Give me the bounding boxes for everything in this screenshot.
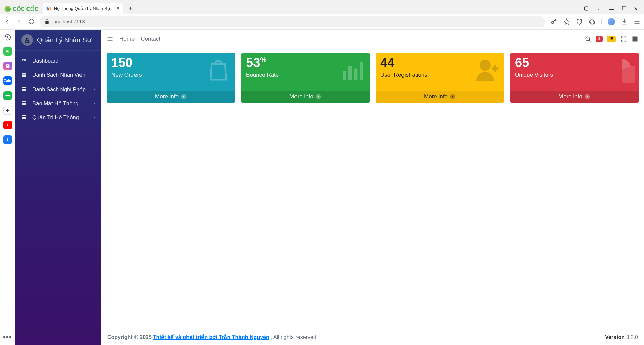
grid-icon[interactable] [631, 35, 639, 43]
zalo-icon[interactable]: Zalo [3, 76, 12, 85]
svg-rect-15 [348, 66, 352, 80]
svg-rect-17 [360, 62, 363, 80]
table-icon [21, 114, 28, 120]
tab-title: Hệ Thống Quản Lý Nhân Sự [54, 6, 110, 11]
sidebar-item-label: Danh Sách Nhân Viên [32, 72, 85, 78]
nav-home[interactable]: Home [119, 36, 135, 42]
youtube-icon[interactable] [3, 121, 12, 129]
facebook-icon[interactable]: f [3, 135, 12, 144]
footer-copyright: Copyright © 2025 [107, 334, 152, 340]
table-icon [21, 100, 28, 106]
sidebar-more-icon[interactable]: ••• [3, 333, 12, 341]
sidebar-item-label: Dashboard [32, 58, 58, 64]
url-text: localhost:7113 [52, 19, 85, 24]
window-minimize-icon[interactable]: — [609, 6, 614, 12]
window-controls: ← — ✕ [584, 6, 641, 14]
arrow-circle-right-icon [181, 94, 187, 100]
history-icon[interactable] [4, 34, 11, 41]
hamburger-icon[interactable] [107, 36, 113, 42]
user-plus-icon [474, 56, 501, 83]
download-icon[interactable] [621, 18, 628, 25]
menu-icon[interactable] [633, 18, 641, 25]
footer-version: Version 3.2.0 [605, 334, 638, 340]
footer-link[interactable]: Thiết kế và phát triển bởi Trần Thành Ng… [153, 334, 269, 340]
svg-rect-11 [633, 39, 635, 41]
bag-icon [205, 56, 232, 83]
app-sidebar: A Quản Lý Nhân Sự DashboardDanh Sách Nhâ… [15, 30, 101, 345]
svg-rect-14 [343, 71, 346, 80]
notifications-badge-red[interactable]: 3 [596, 36, 603, 42]
footer-suffix: . All rights reserved. [271, 334, 318, 340]
app-footer: Copyright © 2025 Thiết kế và phát triển … [101, 329, 644, 345]
topbar-search-icon[interactable] [584, 35, 592, 43]
sidebar-item-label: Quản Trị Hệ Thống [32, 114, 79, 121]
table-icon [21, 86, 28, 92]
browser-sidebar: AI Zalo + f ••• [0, 30, 15, 345]
browser-tab-strip: CỐC CỐC Hệ Thống Quản Lý Nhân Sự × + ← —… [0, 0, 644, 14]
nav-reload-icon[interactable] [28, 18, 35, 25]
tab-close-icon[interactable]: × [116, 5, 119, 11]
table-icon [21, 72, 28, 78]
app-topbar: Home Contact 3 15 [101, 30, 644, 48]
stat-card-user-registrations: 44User RegistrationsMore info [376, 53, 504, 103]
sidebar-item-label: Danh Sách Nghỉ Phép [32, 86, 86, 93]
svg-rect-4 [50, 7, 51, 10]
svg-point-7 [551, 21, 554, 24]
nav-back-icon[interactable] [3, 18, 11, 25]
more-info-link[interactable]: More info [241, 91, 370, 103]
messenger-icon[interactable] [3, 62, 12, 70]
more-info-link[interactable]: More info [510, 91, 639, 103]
sidebar-menu: DashboardDanh Sách Nhân ViênDanh Sách Ng… [15, 51, 101, 124]
svg-rect-2 [47, 7, 48, 10]
shield-icon[interactable] [576, 18, 583, 25]
arrow-circle-right-icon [450, 94, 456, 100]
game-icon[interactable] [3, 91, 12, 100]
arrow-circle-right-icon [584, 94, 590, 100]
svg-rect-12 [635, 39, 638, 41]
extensions-icon[interactable] [588, 18, 596, 25]
sidebar-item-danh-sách-nhân-viên[interactable]: Danh Sách Nhân Viên [15, 68, 101, 82]
key-icon[interactable] [550, 18, 557, 25]
app-brand-text: Quản Lý Nhân Sự [37, 36, 91, 44]
stat-card-new-orders: 150New OrdersMore info [107, 53, 235, 103]
more-info-link[interactable]: More info [376, 91, 504, 103]
new-tab-button[interactable]: + [126, 3, 136, 13]
app-logo-icon: A [21, 34, 33, 46]
stat-card-unique-visitors: 65Unique VisitorsMore info [510, 53, 639, 103]
svg-rect-10 [635, 36, 638, 39]
bars-icon [339, 56, 366, 83]
nav-contact[interactable]: Contact [141, 36, 160, 42]
screenshot-icon[interactable] [584, 6, 590, 12]
star-icon[interactable] [563, 18, 570, 25]
address-bar[interactable]: localhost:7113 [40, 16, 545, 27]
toolbar-right: | [550, 18, 641, 25]
lock-icon [44, 19, 50, 24]
sidebar-item-bảo-mật-hệ-thống[interactable]: Bảo Mật Hệ Thống‹ [15, 96, 101, 110]
svg-rect-9 [633, 36, 635, 39]
fullscreen-icon[interactable] [620, 35, 627, 43]
ai-icon[interactable]: AI [3, 47, 12, 56]
more-info-link[interactable]: More info [107, 91, 235, 103]
chevron-left-icon: ‹ [94, 115, 96, 120]
window-maximize-icon[interactable] [622, 6, 626, 12]
profile-avatar[interactable] [608, 18, 615, 25]
browser-tab[interactable]: Hệ Thống Quản Lý Nhân Sự × [43, 3, 123, 14]
back-arrow-icon[interactable]: ← [597, 6, 602, 12]
chevron-left-icon: ‹ [94, 101, 96, 106]
chevron-left-icon: ‹ [94, 87, 96, 92]
dashboard-cards: 150New OrdersMore info 53%Bounce RateMor… [101, 48, 644, 329]
dashboard-icon [21, 58, 28, 64]
sidebar-item-dashboard[interactable]: Dashboard [15, 54, 101, 68]
pie-icon [608, 56, 635, 83]
nav-forward-icon [15, 18, 23, 25]
tab-favicon-icon [46, 6, 51, 11]
app-brand[interactable]: A Quản Lý Nhân Sự [15, 30, 101, 51]
svg-point-19 [480, 60, 491, 71]
add-shortcut-icon[interactable]: + [3, 106, 12, 115]
window-close-icon[interactable]: ✕ [634, 6, 638, 12]
sidebar-item-danh-sách-nghỉ-phép[interactable]: Danh Sách Nghỉ Phép‹ [15, 82, 101, 96]
svg-rect-5 [584, 7, 588, 10]
notifications-badge-yellow[interactable]: 15 [607, 36, 616, 42]
stat-card-bounce-rate: 53%Bounce RateMore info [241, 53, 370, 103]
sidebar-item-quản-trị-hệ-thống[interactable]: Quản Trị Hệ Thống‹ [15, 110, 101, 124]
